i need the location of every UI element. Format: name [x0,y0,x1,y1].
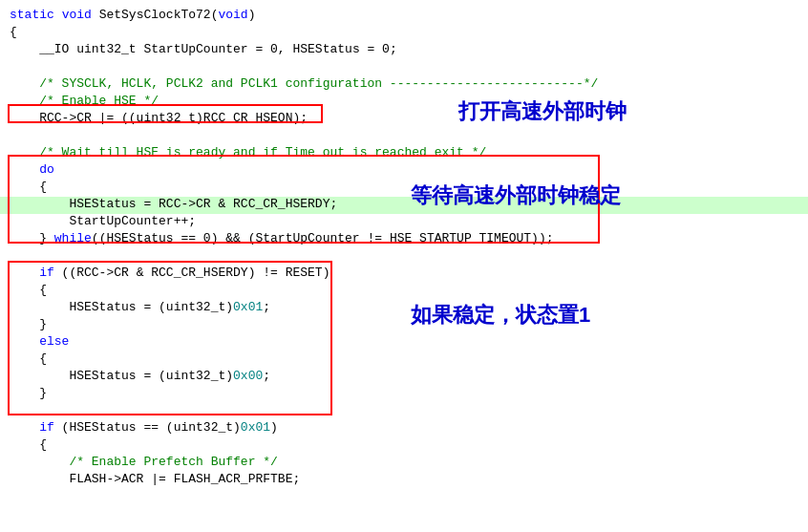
code-line-5: /* SYSCLK, HCLK, PCLK2 and PCLK1 configu… [0,76,808,94]
code-line-4 [0,59,808,76]
code-line-20: else [0,334,808,351]
code-line-17: { [0,283,808,300]
code-line-3: __IO uint32_t StartUpCounter = 0, HSESta… [0,42,808,59]
code-line-7: RCC->CR |= ((uint32_t)RCC_CR_HSEON); [0,111,808,128]
code-line-9: /* Wait till HSE is ready and if Time ou… [0,145,808,162]
code-line-18: HSEStatus = (uint32_t)0x01; [0,300,808,317]
code-text-2: { [0,25,808,39]
annotation-3: 如果稳定，状态置1 [411,301,590,330]
code-text-4 [0,59,808,74]
code-line-28: FLASH->ACR |= FLASH_ACR_PRFTBE; [0,472,808,489]
code-text-27: /* Enable Prefetch Buffer */ [0,455,808,469]
code-line-24 [0,403,808,420]
code-line-27: /* Enable Prefetch Buffer */ [0,455,808,472]
code-line-13: StartUpCounter++; [0,214,808,231]
code-text-9: /* Wait till HSE is ready and if Time ou… [0,145,808,160]
code-line-14: } while((HSEStatus == 0) && (StartUpCoun… [0,231,808,248]
code-text-28: FLASH->ACR |= FLASH_ACR_PRFTBE; [0,472,808,486]
code-line-16: if ((RCC->CR & RCC_CR_HSERDY) != RESET) [0,266,808,283]
code-text-12: HSEStatus = RCC->CR & RCC_CR_HSERDY; [0,197,808,211]
code-text-17: { [0,283,808,297]
code-text-3: __IO uint32_t StartUpCounter = 0, HSESta… [0,42,808,56]
code-line-2: { [0,25,808,42]
code-text-22: HSEStatus = (uint32_t)0x00; [0,369,808,383]
code-text-18: HSEStatus = (uint32_t)0x01; [0,300,808,314]
code-text-7: RCC->CR |= ((uint32_t)RCC_CR_HSEON); [0,111,808,125]
code-line-23: } [0,386,808,403]
code-text-19: } [0,317,808,331]
code-text-14: } while((HSEStatus == 0) && (StartUpCoun… [0,231,808,245]
code-line-19: } [0,317,808,334]
code-text-24 [0,403,808,417]
code-line-22: HSEStatus = (uint32_t)0x00; [0,369,808,386]
code-text-21: { [0,351,808,366]
code-text-26: { [0,437,808,452]
code-text-8 [0,128,808,142]
code-line-10: do [0,162,808,180]
code-line-12: HSEStatus = RCC->CR & RCC_CR_HSERDY; [0,197,808,214]
code-line-1: static void SetSysClockTo72(void) [0,8,808,25]
code-text-15 [0,248,808,263]
code-line-11: { [0,180,808,197]
code-text-20: else [0,334,808,349]
code-text-6: /* Enable HSE */ [0,94,808,108]
code-line-6: /* Enable HSE */ [0,94,808,111]
code-text-16: if ((RCC->CR & RCC_CR_HSERDY) != RESET) [0,266,808,280]
code-container: 打开高速外部时钟 等待高速外部时钟稳定 如果稳定，状态置1 static voi… [0,0,808,497]
code-line-25: if (HSEStatus == (uint32_t)0x01) [0,420,808,437]
code-line-8 [0,128,808,145]
code-text-13: StartUpCounter++; [0,214,808,228]
code-text-11: { [0,180,808,194]
annotation-1: 打开高速外部时钟 [458,97,627,126]
code-line-21: { [0,351,808,369]
annotation-2: 等待高速外部时钟稳定 [411,181,621,210]
code-text-23: } [0,386,808,400]
code-text-10: do [0,162,808,177]
code-text-25: if (HSEStatus == (uint32_t)0x01) [0,420,808,435]
code-line-15 [0,248,808,266]
code-text-5: /* SYSCLK, HCLK, PCLK2 and PCLK1 configu… [0,76,808,91]
code-text-1: static void SetSysClockTo72(void) [0,8,808,22]
code-line-26: { [0,437,808,455]
